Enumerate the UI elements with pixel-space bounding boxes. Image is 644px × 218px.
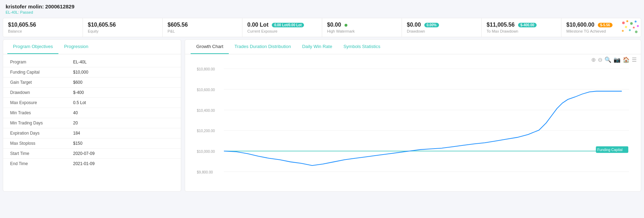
svg-point-9 — [635, 30, 637, 33]
table-row: Drawdown $-400 — [3, 88, 181, 98]
row-label: Min Trades — [10, 110, 73, 115]
tab-program-objectives[interactable]: Program Objectives — [7, 40, 58, 54]
balance-value: $10,605.56 — [8, 22, 78, 28]
stat-watermark: $0.00 High Watermark — [322, 18, 402, 37]
svg-text:$10,000.00: $10,000.00 — [197, 150, 215, 154]
row-value: $600 — [73, 80, 83, 85]
row-label: Gain Target — [10, 80, 73, 85]
table-row: Program EL-40L — [3, 57, 181, 67]
growth-line — [224, 91, 622, 165]
status-badge: EL-40L: Passed — [6, 10, 638, 14]
exposure-badge: 0.00 Lot/0.00 Lot — [272, 23, 304, 27]
row-value: 2020-07-09 — [73, 151, 94, 156]
max-drawdown-label: To Max Drawdown — [487, 29, 556, 33]
right-panel: Growth Chart Trades Duration Distributio… — [185, 39, 641, 192]
row-value: 20 — [73, 121, 78, 125]
max-drawdown-value: $11,005.56 $-400.00 — [487, 22, 556, 28]
stat-max-drawdown: $11,005.56 $-400.00 To Max Drawdown — [482, 18, 561, 37]
drawdown-badge: 0.00% — [424, 23, 439, 27]
svg-point-4 — [637, 25, 639, 27]
left-tabs: Program Objectives Progression — [3, 40, 181, 54]
tab-daily-win-rate[interactable]: Daily Win Rate — [297, 40, 338, 54]
table-row: Gain Target $600 — [3, 77, 181, 88]
tab-growth-chart[interactable]: Growth Chart — [191, 40, 229, 54]
zoom-out-icon[interactable]: ⊖ — [598, 56, 602, 63]
drawdown-value: $0.00 0.00% — [407, 22, 476, 28]
camera-icon[interactable]: 📷 — [614, 56, 621, 63]
row-value: $-400 — [73, 90, 84, 95]
chart-tabs: Growth Chart Trades Duration Distributio… — [185, 40, 641, 54]
row-value: 184 — [73, 131, 80, 136]
svg-point-1 — [626, 20, 628, 22]
svg-point-8 — [622, 30, 624, 32]
equity-value: $10,605.56 — [88, 22, 157, 28]
row-label: End Time — [10, 161, 73, 166]
table-row: End Time 2021-01-09 — [3, 159, 181, 169]
growth-chart-svg: $10,800.00 $10,600.00 $10,400.00 $10,200… — [189, 65, 637, 188]
row-value: 40 — [73, 110, 78, 115]
main-content: Program Objectives Progression Program E… — [0, 39, 644, 195]
program-table: Program EL-40L Funding Capital $10,000 G… — [3, 54, 181, 171]
home-icon[interactable]: 🏠 — [623, 56, 630, 63]
table-row: Min Trading Days 20 — [3, 118, 181, 128]
row-value: 2021-01-09 — [73, 161, 94, 166]
table-row: Funding Capital $10,000 — [3, 67, 181, 77]
row-label: Funding Capital — [10, 70, 73, 75]
chart-area: $10,800.00 $10,600.00 $10,400.00 $10,200… — [185, 65, 641, 191]
svg-text:Funding Capital: Funding Capital — [597, 148, 623, 152]
drawdown-label: Drawdown — [407, 29, 476, 33]
svg-text:$10,800.00: $10,800.00 — [197, 67, 215, 71]
watermark-value: $0.00 — [327, 22, 397, 28]
table-row: Max Stoploss $150 — [3, 138, 181, 149]
menu-icon[interactable]: ☰ — [632, 56, 637, 63]
left-panel: Program Objectives Progression Program E… — [3, 39, 181, 192]
row-label: Min Trading Days — [10, 121, 73, 125]
table-row: Start Time 2020-07-09 — [3, 149, 181, 159]
svg-text:$10,400.00: $10,400.00 — [197, 109, 215, 113]
stat-milestone: $10,600.00 $-5.56 Milestone TG Achieved — [561, 18, 641, 37]
magnifier-icon[interactable]: 🔍 — [604, 56, 611, 63]
exposure-value: 0.00 Lot 0.00 Lot/0.00 Lot — [247, 22, 317, 28]
chart-toolbar: ⊕ ⊖ 🔍 📷 🏠 ☰ — [185, 54, 641, 65]
balance-label: Balance — [8, 29, 78, 33]
svg-rect-5 — [625, 26, 628, 28]
row-label: Expiration Days — [10, 131, 73, 136]
milestone-badge: $-5.56 — [598, 23, 613, 27]
row-value: EL-40L — [73, 60, 87, 64]
svg-point-0 — [622, 22, 625, 24]
row-label: Max Stoploss — [10, 141, 73, 146]
svg-text:$10,200.00: $10,200.00 — [197, 129, 215, 133]
row-value: $150 — [73, 141, 83, 146]
row-label: Program — [10, 60, 73, 64]
svg-point-2 — [630, 22, 632, 25]
svg-rect-7 — [629, 29, 631, 31]
tab-progression[interactable]: Progression — [58, 40, 94, 54]
stat-balance: $10,605.56 Balance — [3, 18, 83, 37]
svg-point-3 — [635, 21, 637, 23]
stat-equity: $10,605.56 Equity — [83, 18, 163, 37]
stats-bar: $10,605.56 Balance $10,605.56 Equity $60… — [3, 18, 641, 37]
tab-symbols-stats[interactable]: Symbols Statistics — [338, 40, 386, 54]
svg-rect-6 — [633, 27, 635, 29]
svg-text:$10,600.00: $10,600.00 — [197, 88, 215, 92]
stat-exposure: 0.00 Lot 0.00 Lot/0.00 Lot Current Expos… — [242, 18, 322, 37]
zoom-in-icon[interactable]: ⊕ — [591, 56, 596, 63]
table-row: Max Exposure 0.5 Lot — [3, 98, 181, 108]
tab-trades-duration[interactable]: Trades Duration Distribution — [229, 40, 296, 54]
row-label: Max Exposure — [10, 100, 73, 105]
svg-text:$9,800.00: $9,800.00 — [197, 170, 213, 174]
pnl-value: $605.56 — [168, 22, 237, 28]
pnl-label: P&L — [168, 29, 237, 33]
row-value: 0.5 Lot — [73, 100, 86, 105]
row-label: Drawdown — [10, 90, 73, 95]
equity-label: Equity — [88, 29, 157, 33]
row-value: $10,000 — [73, 70, 88, 75]
stat-drawdown: $0.00 0.00% Drawdown — [402, 18, 482, 37]
confetti-decoration — [620, 20, 639, 37]
exposure-label: Current Exposure — [247, 29, 317, 33]
table-row: Min Trades 40 — [3, 108, 181, 118]
user-title: kristofer molin: 2000612829 — [6, 4, 638, 9]
green-dot-icon — [345, 24, 347, 27]
row-label: Start Time — [10, 151, 73, 156]
stat-pnl: $605.56 P&L — [163, 18, 242, 37]
